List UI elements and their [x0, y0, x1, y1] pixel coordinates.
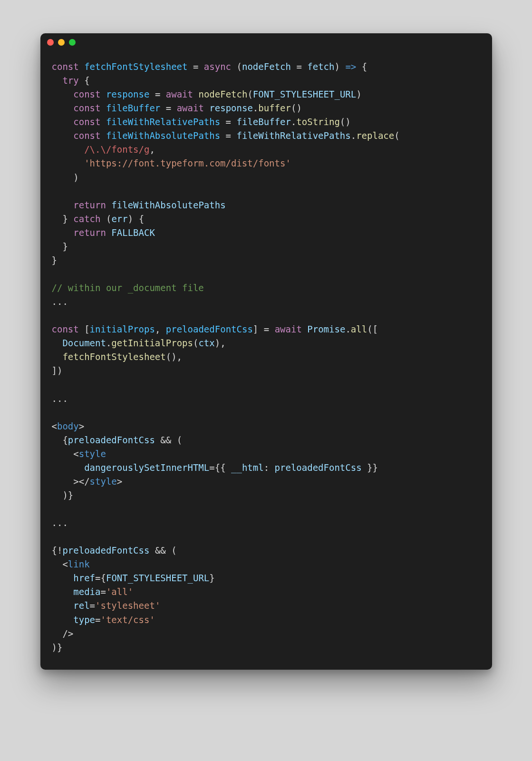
- code-token: return: [73, 227, 106, 238]
- code-token: ),: [215, 338, 226, 348]
- code-area: const fetchFontStylesheet = async (nodeF…: [40, 51, 492, 670]
- code-token: async: [204, 61, 231, 72]
- code-token: fileBuffer: [106, 103, 160, 113]
- code-token: [79, 75, 84, 86]
- code-token: [302, 324, 307, 334]
- code-token: [52, 435, 63, 445]
- code-token: [171, 435, 176, 445]
- code-token: fetchFontStylesheet: [84, 61, 187, 72]
- code-token: preloadedFontCss: [62, 545, 149, 556]
- code-token: [52, 559, 63, 569]
- minimize-icon[interactable]: [58, 39, 65, 46]
- code-token: [52, 158, 85, 168]
- code-token: [106, 227, 111, 238]
- code-token: const: [52, 324, 79, 334]
- code-token: ([: [367, 324, 378, 334]
- code-token: [52, 130, 74, 141]
- code-token: [52, 227, 74, 238]
- code-token: =: [193, 61, 198, 72]
- code-token: [52, 103, 74, 113]
- code-token: style: [90, 476, 117, 487]
- code-token: ): [356, 89, 361, 99]
- code-token: [52, 172, 74, 183]
- code-token: [340, 61, 345, 72]
- code-token: Promise: [307, 324, 345, 334]
- code-token: rel: [73, 600, 89, 611]
- code-token: const: [73, 117, 100, 127]
- code-token: [52, 476, 74, 487]
- code-token: =: [226, 117, 231, 127]
- code-token: body: [57, 421, 79, 431]
- code-token: [231, 61, 236, 72]
- code-token: fetch: [307, 61, 334, 72]
- code-token: FONT_STYLESHEET_URL: [253, 89, 356, 99]
- code-token: FONT_STYLESHEET_URL: [106, 573, 209, 583]
- code-token: [291, 61, 296, 72]
- code-token: FALLBACK: [111, 227, 155, 238]
- code-token: =: [90, 600, 95, 611]
- code-token: {: [84, 75, 89, 86]
- code-token: nodeFetch: [198, 89, 247, 99]
- code-token: [149, 545, 155, 556]
- code-token: (: [237, 61, 242, 72]
- code-token: [220, 117, 225, 127]
- code-token: (: [177, 435, 182, 445]
- code-token: <: [52, 421, 57, 431]
- code-token: [356, 61, 361, 72]
- code-token: )}: [52, 642, 63, 653]
- code-token: =: [226, 130, 231, 141]
- code-token: 'text/css': [100, 615, 155, 625]
- code-token: (): [291, 103, 302, 113]
- code-token: err: [111, 214, 127, 224]
- code-token: }: [62, 214, 68, 224]
- code-token: fetchFontStylesheet: [62, 351, 165, 362]
- code-token: [166, 545, 171, 556]
- code-token: =: [95, 573, 100, 583]
- code-token: (),: [166, 351, 182, 362]
- code-token: fileWithRelativePaths: [106, 117, 220, 127]
- code-token: >: [73, 476, 78, 487]
- code-token: preloadedFontCss: [68, 435, 155, 445]
- code-token: =: [296, 61, 301, 72]
- code-token: <: [73, 449, 78, 459]
- code-token: [160, 324, 165, 334]
- code-token: response: [106, 89, 150, 99]
- code-token: [52, 573, 74, 583]
- code-token: =: [166, 103, 171, 113]
- code-token: [258, 324, 263, 334]
- code-token: [100, 130, 106, 141]
- window-titlebar: [40, 33, 492, 51]
- code-token: await: [177, 103, 204, 113]
- code-token: [171, 103, 176, 113]
- code-token: try: [62, 75, 78, 86]
- code-token: =: [264, 324, 269, 334]
- code-window: const fetchFontStylesheet = async (nodeF…: [40, 33, 492, 670]
- code-token: [101, 214, 106, 224]
- code-block: const fetchFontStylesheet = async (nodeF…: [52, 60, 481, 654]
- code-token: [160, 103, 165, 113]
- code-token: [52, 351, 63, 362]
- code-token: [52, 200, 74, 210]
- code-token: await: [166, 89, 193, 99]
- code-token: !: [57, 545, 62, 556]
- code-token: [52, 615, 74, 625]
- close-icon[interactable]: [47, 39, 54, 46]
- code-token: const: [73, 130, 100, 141]
- code-token: [79, 324, 84, 334]
- code-token: preloadedFontCss: [275, 462, 362, 473]
- code-token: replace: [356, 130, 394, 141]
- code-token: ): [334, 61, 339, 72]
- code-token: const: [52, 61, 79, 72]
- zoom-icon[interactable]: [69, 39, 76, 46]
- code-token: 'https://font.typeform.com/dist/fonts': [84, 158, 291, 168]
- code-token: [269, 324, 274, 334]
- code-token: [220, 130, 225, 141]
- code-token: [52, 144, 85, 155]
- code-token: </: [79, 476, 90, 487]
- code-token: [204, 103, 209, 113]
- code-token: ]): [52, 365, 63, 376]
- code-token: [133, 214, 138, 224]
- code-token: }: [62, 241, 68, 252]
- code-token: __html: [231, 462, 264, 473]
- code-token: style: [79, 449, 106, 459]
